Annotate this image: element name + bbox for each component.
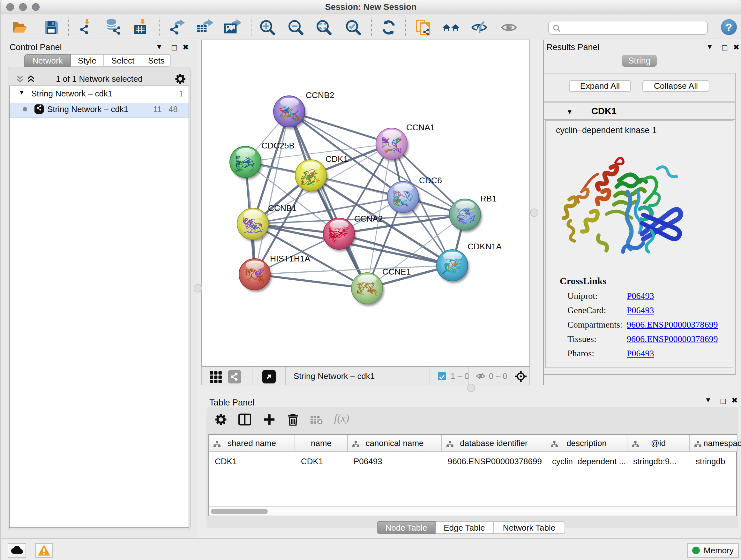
svg-text:CCNB1: CCNB1 <box>268 203 296 213</box>
svg-text:CDK1: CDK1 <box>326 154 348 164</box>
svg-text:CCNE1: CCNE1 <box>382 267 411 276</box>
svg-text:CCNB2: CCNB2 <box>306 90 334 100</box>
svg-text:CCNA2: CCNA2 <box>354 214 383 224</box>
svg-text:RB1: RB1 <box>480 194 496 203</box>
svg-text:CDC6: CDC6 <box>419 176 442 185</box>
svg-text:CCNA1: CCNA1 <box>406 123 434 132</box>
svg-text:HIST1H1A: HIST1H1A <box>270 254 311 263</box>
svg-text:CDKN1A: CDKN1A <box>468 242 502 251</box>
svg-text:CDC25B: CDC25B <box>261 141 294 150</box>
